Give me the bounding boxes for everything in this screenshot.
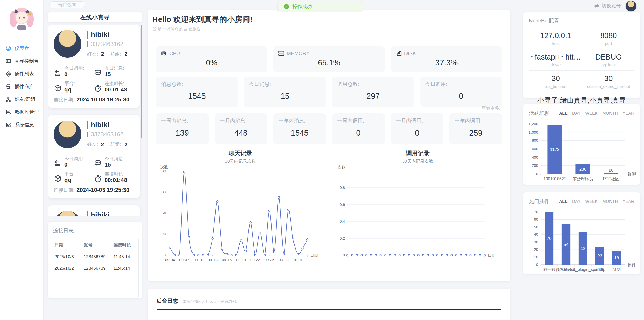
connect-log-card: 连接日志 日期 账号 连接时长 2025/10/3 123456789 11:4… bbox=[48, 222, 142, 298]
duration-icon bbox=[94, 84, 102, 92]
table-row: 2025/10/3 123456789 11:45:14 bbox=[51, 251, 138, 263]
svg-text:23: 23 bbox=[597, 254, 602, 258]
stat-card-month-messages: 一月内消息:448 bbox=[215, 113, 267, 144]
svg-text:色图: 色图 bbox=[596, 267, 604, 272]
connect-date-label: 连接日期: bbox=[54, 187, 74, 193]
log-date: 2025/10/3 bbox=[51, 251, 81, 263]
sidebar-item-database[interactable]: 数据库管理 bbox=[0, 106, 43, 118]
tab-day[interactable]: DAY bbox=[572, 199, 581, 204]
bot-name: hibiki bbox=[91, 211, 109, 216]
bot-card[interactable]: hibiki 3373463162 好友:2 群组:2 bbox=[48, 205, 140, 216]
memory-label: MEMORY bbox=[287, 51, 310, 56]
config-cell-api-timeout: 30api_timeout bbox=[529, 71, 583, 92]
duration-icon bbox=[94, 174, 102, 183]
svg-text:戳一戳: 戳一戳 bbox=[543, 267, 555, 272]
bot-card[interactable]: hibiki 3373463162 好友:2 群组:2 今日调用:0 今日消息:… bbox=[48, 25, 140, 108]
sidebar: 仪表盘 真寻控制台 插件列表 插件商店 好友/群组 数据库管理 系统信息 bbox=[0, 0, 43, 320]
switch-account-button[interactable]: ⇌ 切换账号 bbox=[594, 3, 621, 9]
chart-title: 聊天记录 bbox=[156, 149, 325, 157]
online-indicator-bar bbox=[87, 31, 88, 39]
svg-text:60: 60 bbox=[534, 217, 538, 221]
range-tabs: ALL DAY WEEK MONTH YEAR bbox=[559, 199, 634, 204]
svg-text:70: 70 bbox=[534, 210, 538, 214]
chart-subtitle: 30天内记录次数 bbox=[156, 158, 325, 164]
platform-icon bbox=[54, 174, 62, 183]
today-calls-label: 今日调用: bbox=[64, 156, 84, 161]
toast-message: 操作成功 bbox=[292, 3, 312, 10]
divider bbox=[107, 141, 107, 147]
stat-label: 今日调用: bbox=[425, 81, 497, 88]
sidebar-item-friends-groups[interactable]: 好友/群组 bbox=[0, 93, 43, 106]
stat-value: 297 bbox=[337, 92, 409, 101]
call-records-chart: 00.20.40.60.81次数日期 bbox=[333, 164, 502, 266]
svg-text:日期: 日期 bbox=[488, 253, 495, 257]
bot-avatar bbox=[54, 211, 81, 216]
bot-card[interactable]: hibiki 3373463162 好友:2 群组:2 今日调用:0 今日消息:… bbox=[48, 115, 140, 198]
svg-text:50: 50 bbox=[534, 225, 538, 229]
charts-row: 聊天记录 30天内记录次数 020406080次数09-0409-0709-10… bbox=[156, 149, 502, 267]
platform-label: 平台: bbox=[64, 81, 75, 86]
config-value: ~fastapi+~htt… bbox=[530, 53, 581, 61]
tab-week[interactable]: WEEK bbox=[585, 111, 598, 116]
online-indicator-bar bbox=[87, 121, 88, 129]
connect-date-label: 连接日期: bbox=[54, 97, 74, 102]
sidebar-item-label: 插件商店 bbox=[15, 83, 34, 90]
svg-text:1172: 1172 bbox=[550, 147, 560, 152]
platform-value: qq bbox=[64, 86, 75, 93]
svg-text:10-01: 10-01 bbox=[293, 258, 303, 262]
today-messages-value: 15 bbox=[105, 71, 124, 77]
backend-log-card: 后台日志 虽然不知道为什么，但是视力+1 bbox=[148, 289, 510, 320]
bot-uin: 3373463162 bbox=[91, 41, 123, 48]
tab-month[interactable]: MONTH bbox=[602, 111, 618, 116]
system-stats-row: CPU 0% MEMORY 65.1% DISK 37.3% bbox=[156, 46, 502, 72]
scrollbar-thumb[interactable] bbox=[141, 25, 142, 138]
sidebar-item-console[interactable]: 真寻控制台 bbox=[0, 55, 43, 67]
stat-label: 调用总数: bbox=[337, 81, 409, 88]
sidebar-item-dashboard[interactable]: 仪表盘 bbox=[0, 42, 43, 55]
tab-year[interactable]: YEAR bbox=[623, 111, 634, 116]
view-more-link[interactable]: 查看更多... bbox=[482, 105, 503, 111]
tab-day[interactable]: DAY bbox=[572, 111, 581, 116]
connect-log-title: 连接日志 bbox=[53, 227, 139, 234]
tab-all[interactable]: ALL bbox=[559, 199, 568, 204]
sidebar-item-label: 好友/群组 bbox=[15, 96, 35, 103]
tab-year[interactable]: YEAR bbox=[623, 199, 634, 204]
svg-text:1,000: 1,000 bbox=[528, 130, 538, 134]
tab-all[interactable]: ALL bbox=[559, 111, 568, 116]
svg-text:54: 54 bbox=[564, 242, 569, 247]
svg-text:1001918625: 1001918625 bbox=[544, 177, 566, 181]
hot-plugins-title: 热门插件 bbox=[529, 198, 549, 205]
svg-text:1,200: 1,200 bbox=[528, 122, 538, 126]
sidebar-item-system-info[interactable]: 系统信息 bbox=[0, 118, 43, 131]
sidebar-item-plugin-store[interactable]: 插件商店 bbox=[0, 80, 43, 93]
divider bbox=[107, 51, 107, 57]
svg-text:RTF社区: RTF社区 bbox=[603, 177, 619, 181]
svg-text:09-16: 09-16 bbox=[222, 258, 232, 262]
tab-week[interactable]: WEEK bbox=[585, 199, 598, 204]
svg-text:0.8: 0.8 bbox=[340, 185, 345, 190]
sidebar-item-label: 数据库管理 bbox=[15, 109, 39, 115]
svg-text:0: 0 bbox=[536, 262, 538, 267]
svg-text:40: 40 bbox=[534, 232, 538, 236]
config-label: session_expire_timeout bbox=[584, 84, 633, 89]
svg-text:次数: 次数 bbox=[338, 165, 345, 169]
svg-text:日期: 日期 bbox=[310, 253, 318, 257]
chat-records-chart: 020406080次数09-0409-0709-1009-1309-1609-1… bbox=[156, 164, 325, 266]
disk-label: DISK bbox=[404, 51, 416, 56]
chart-subtitle: 30天内记录次数 bbox=[333, 158, 502, 164]
bot-avatar bbox=[54, 30, 81, 58]
svg-text:400: 400 bbox=[532, 155, 538, 159]
user-avatar[interactable] bbox=[626, 1, 636, 11]
port-settings-button[interactable]: 端口设置 bbox=[49, 1, 85, 8]
column-header: 账号 bbox=[81, 239, 110, 251]
connect-date-value: 2024-10-03 19:25:30 bbox=[76, 96, 129, 103]
config-cell-session-expire: 30session_expire_timeout bbox=[583, 71, 635, 92]
svg-text:236: 236 bbox=[579, 167, 586, 172]
stat-label: 消息总数: bbox=[161, 81, 233, 88]
today-calls-label: 今日调用: bbox=[64, 66, 84, 71]
tab-month[interactable]: MONTH bbox=[602, 199, 618, 204]
sidebar-item-plugin-list[interactable]: 插件列表 bbox=[0, 67, 43, 80]
stats-row-totals: 消息总数:1545 今日消息:15 调用总数:297 今日调用:0 bbox=[156, 77, 502, 107]
stat-value: 0 bbox=[337, 128, 380, 138]
friends-count: 2 bbox=[101, 51, 104, 57]
